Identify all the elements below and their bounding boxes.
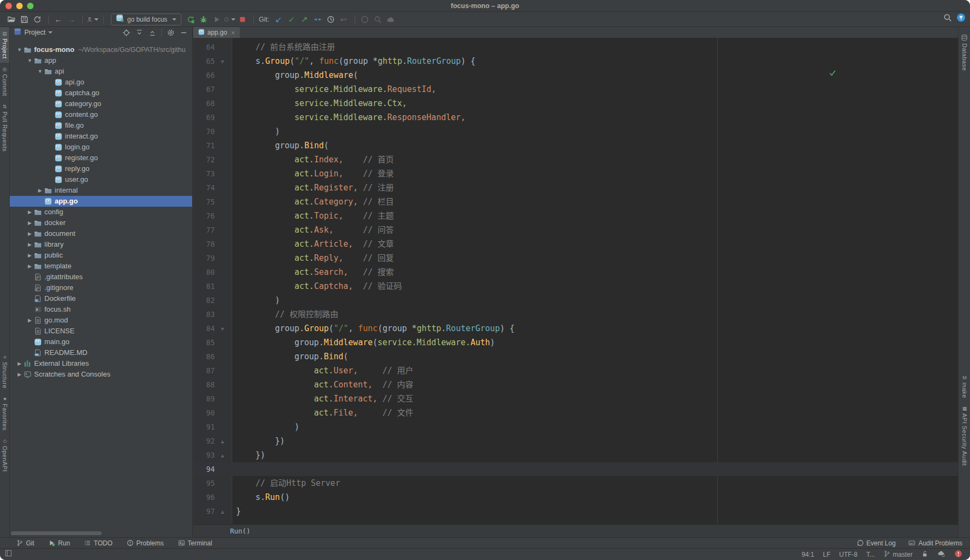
tree-row-selected-app-go[interactable]: app.go [10, 196, 192, 207]
collapsed-chevron-icon[interactable]: ▶ [36, 185, 44, 196]
fold-region-end-icon[interactable]: ▵ [215, 438, 230, 444]
code-line-92[interactable]: 92▵}) [193, 434, 958, 448]
code-line-current-94[interactable]: 94 [193, 462, 958, 476]
tool-window-button-commit[interactable]: ◎Commit [0, 63, 9, 100]
tool-window-bar-button-event-log[interactable]: Event Log [857, 539, 896, 547]
git-history-icon[interactable] [325, 14, 337, 25]
debug-icon[interactable] [198, 14, 209, 25]
run-with-coverage-icon[interactable] [211, 14, 222, 25]
tool-window-button-database[interactable]: Database [959, 30, 970, 75]
code-line-72[interactable]: 72act.Index, // 首页 [193, 153, 958, 167]
search-everywhere-dim-icon[interactable] [372, 14, 384, 25]
tree-row-external-libraries[interactable]: ▶External Libraries [10, 358, 192, 369]
project-tree-horizontal-scrollbar[interactable] [11, 531, 102, 535]
tool-window-button-make[interactable]: Mmake [959, 371, 970, 402]
code-line-89[interactable]: 89act.Interact, // 交互 [193, 392, 958, 406]
tool-window-bar-button-todo[interactable]: TODO [84, 539, 112, 547]
code-line-80[interactable]: 80act.Search, // 搜索 [193, 265, 958, 279]
tool-window-switcher-icon[interactable] [4, 549, 12, 559]
tool-window-bar-button-problems[interactable]: Problems [127, 539, 164, 547]
code-line-70[interactable]: 70) [193, 124, 958, 139]
git-commit-icon[interactable]: ✓ [286, 14, 298, 25]
code-line-79[interactable]: 79act.Reply, // 回复 [193, 251, 958, 265]
collapsed-chevron-icon[interactable]: ▶ [15, 358, 24, 369]
tree-row-reply-go[interactable]: reply.go [10, 163, 192, 174]
tree-row-user-go[interactable]: user.go [10, 174, 192, 185]
caret-position[interactable]: 94:1 [802, 551, 814, 558]
collapse-all-icon[interactable] [148, 29, 156, 37]
git-merge-icon[interactable] [312, 14, 324, 25]
tree-row-docker[interactable]: ▶docker [10, 218, 192, 228]
tool-window-bar-button-run[interactable]: Run [48, 539, 70, 547]
code-line-93[interactable]: 93▵}) [193, 448, 958, 462]
breadcrumb[interactable]: Run() [230, 527, 251, 535]
code-line-95[interactable]: 95// 启动Http Server [193, 476, 958, 490]
code-line-75[interactable]: 75act.Category, // 栏目 [193, 195, 958, 209]
tool-window-button-openapi[interactable]: ◇OpenAPI [0, 434, 10, 476]
code-line-66[interactable]: 66group.Middleware( [193, 68, 958, 82]
expanded-chevron-icon[interactable]: ▼ [36, 66, 44, 77]
tree-row-document[interactable]: ▶document [10, 228, 192, 239]
code-line-83[interactable]: 83// 权限控制路由 [193, 307, 958, 321]
tree-row-internal[interactable]: ▶internal [10, 185, 192, 196]
hide-panel-icon[interactable] [180, 29, 188, 37]
cloud-icon[interactable] [385, 14, 397, 25]
tree-row-template[interactable]: ▶template [10, 261, 192, 272]
run-configuration-select[interactable]: go build focus [111, 14, 181, 25]
collapsed-chevron-icon[interactable]: ▶ [25, 250, 34, 261]
code-line-76[interactable]: 76act.Topic, // 主题 [193, 209, 958, 223]
tree-row-gitignore[interactable]: .gitignore [10, 282, 192, 293]
space-hexagon-icon[interactable] [359, 14, 371, 25]
rerun-icon[interactable] [185, 14, 196, 25]
collapsed-chevron-icon[interactable]: ▶ [25, 315, 34, 326]
collapsed-chevron-icon[interactable]: ▶ [25, 228, 34, 239]
close-tab-icon[interactable]: × [231, 29, 235, 37]
unlock-icon[interactable] [921, 550, 928, 559]
tool-window-bar-button-terminal[interactable]: Terminal [178, 539, 212, 547]
profile-icon[interactable] [87, 14, 99, 25]
code-line-82[interactable]: 82) [193, 293, 958, 307]
tool-window-bar-button-git[interactable]: Git [16, 539, 34, 547]
sync-icon[interactable] [31, 14, 43, 25]
code-line-64[interactable]: 64// 前台系统路由注册 [193, 40, 958, 54]
collapsed-chevron-icon[interactable]: ▶ [25, 218, 34, 228]
code-line-67[interactable]: 67service.Middleware.RequestId, [193, 82, 958, 96]
back-icon[interactable]: ← [53, 14, 64, 25]
tool-window-button-favorites[interactable]: ★Favorites [0, 392, 10, 434]
tree-row-content-go[interactable]: content.go [10, 109, 192, 120]
code-line-88[interactable]: 88act.Content, // 内容 [193, 378, 958, 392]
collapsed-chevron-icon[interactable]: ▶ [25, 207, 34, 218]
tree-row-captcha-go[interactable]: captcha.go [10, 88, 192, 98]
tree-row-api[interactable]: ▼api [10, 66, 192, 77]
expand-all-icon[interactable] [135, 29, 143, 37]
git-push-icon[interactable]: ↗ [299, 14, 311, 25]
tree-row-config[interactable]: ▶config [10, 207, 192, 218]
stop-icon[interactable] [237, 14, 248, 25]
cloud-settings-icon[interactable] [937, 550, 946, 559]
save-icon[interactable] [18, 14, 30, 25]
file-encoding[interactable]: UTF-8 [839, 551, 857, 558]
code-line-87[interactable]: 87act.User, // 用户 [193, 364, 958, 378]
tree-row-gitattributes[interactable]: .gitattributes [10, 272, 192, 282]
code-line-78[interactable]: 78act.Article, // 文章 [193, 237, 958, 251]
collapsed-chevron-icon[interactable]: ▶ [25, 261, 34, 272]
fold-region-end-icon[interactable]: ▵ [215, 452, 230, 458]
fold-region-end-icon[interactable]: ▵ [215, 509, 230, 515]
code-line-74[interactable]: 74act.Register, // 注册 [193, 181, 958, 195]
tree-row-login-go[interactable]: login.go [10, 142, 192, 153]
tree-row-interact-go[interactable]: interact.go [10, 131, 192, 142]
inspection-ok-icon[interactable] [829, 69, 836, 79]
search-icon[interactable] [943, 13, 952, 24]
code-line-91[interactable]: 91) [193, 420, 958, 434]
git-branch-widget[interactable]: master [883, 550, 913, 559]
code-line-81[interactable]: 81act.Captcha, // 验证码 [193, 279, 958, 293]
profiler-icon[interactable] [224, 14, 235, 25]
code-line-96[interactable]: 96s.Run() [193, 490, 958, 504]
code-line-73[interactable]: 73act.Login, // 登录 [193, 167, 958, 181]
tree-row-public[interactable]: ▶public [10, 250, 192, 261]
expanded-chevron-icon[interactable]: ▼ [15, 44, 24, 55]
tool-window-button-project[interactable]: ▤Project [0, 27, 9, 63]
code-line-77[interactable]: 77act.Ask, // 问答 [193, 223, 958, 237]
code-line-90[interactable]: 90act.File, // 文件 [193, 406, 958, 420]
tree-row-library[interactable]: ▶library [10, 239, 192, 250]
